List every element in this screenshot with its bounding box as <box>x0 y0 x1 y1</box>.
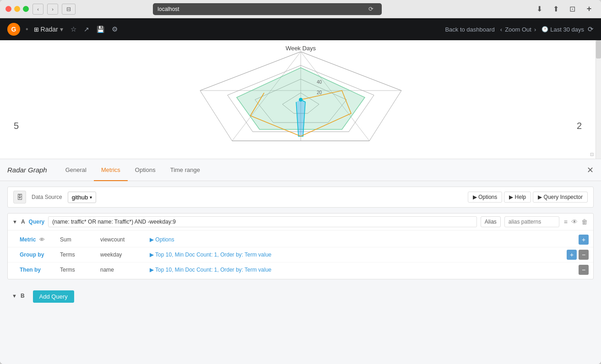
zoom-out-prev-btn[interactable]: ‹ <box>498 25 504 34</box>
thenby-options-btn[interactable]: ▶ Top 10, Min Doc Count: 1, Order by: Te… <box>150 267 271 273</box>
nav-title: ⊞ Radar ▾ <box>34 26 63 33</box>
browser-chrome: ‹ › ⊟ localhost ⟳ ⬇ ⬆ ⊡ + <box>0 0 601 18</box>
query-b-letter: B <box>21 293 25 299</box>
metric-label: Metric 👁 <box>20 236 56 243</box>
metric-type: Sum <box>60 236 97 243</box>
app-content: G • ⊞ Radar ▾ ☆ ↗ 💾 ⚙ Back to dashboard … <box>0 18 601 364</box>
metric-rows: Metric 👁 Sum viewcount ▶ Options + <box>8 230 593 279</box>
sidebar-toggle-btn[interactable]: ⊟ <box>62 4 76 15</box>
thenby-label: Then by <box>20 267 56 273</box>
datasource-selector[interactable]: github ▾ <box>68 192 96 203</box>
add-query-btn[interactable]: Add Query <box>33 290 74 303</box>
chart-axis-right: 2 <box>577 121 582 131</box>
groupby-label: Group by <box>20 252 56 258</box>
tab-time-range[interactable]: Time range <box>163 159 207 181</box>
back-nav-btn[interactable]: ‹ <box>32 4 43 15</box>
panel-editor-close-btn[interactable]: ✕ <box>587 165 594 175</box>
thenby-field: name <box>100 267 146 273</box>
time-range-btn[interactable]: 🕐 Last 30 days <box>541 26 584 33</box>
query-editor-body: 🗄 Data Source github ▾ ▶ Options ▶ Help … <box>0 181 601 364</box>
chart-label-top: Week Days <box>285 45 316 52</box>
chart-scrollbar[interactable] <box>596 40 601 159</box>
query-inspector-btn[interactable]: ▶ Query Inspector <box>533 192 588 203</box>
save-btn[interactable]: 💾 <box>95 24 106 35</box>
thenby-type: Terms <box>60 267 97 273</box>
groupby-remove-btn[interactable]: − <box>579 250 589 260</box>
datasource-actions: ▶ Options ▶ Help ▶ Query Inspector <box>468 192 588 203</box>
groupby-row: Group by Terms weekday ▶ Top 10, Min Doc… <box>8 247 593 262</box>
panel-editor: Radar Graph General Metrics Options Time… <box>0 159 601 364</box>
metric-options-btn[interactable]: ▶ Options <box>150 236 174 243</box>
thenby-row-actions: − <box>579 265 589 275</box>
query-a-header: ▼ A Query Alias ≡ 👁 🗑 <box>8 214 593 230</box>
query-a-collapse-btn[interactable]: ▼ <box>12 219 17 225</box>
groupby-add-btn[interactable]: + <box>567 250 577 260</box>
query-a-delete-btn[interactable]: 🗑 <box>580 217 589 226</box>
query-a-row-actions: ≡ 👁 🗑 <box>563 217 589 226</box>
chart-axis-left: 5 <box>14 121 19 131</box>
datasource-chevron-icon: ▾ <box>90 195 92 200</box>
metric-row: Metric 👁 Sum viewcount ▶ Options + <box>8 232 593 247</box>
panel-title: Radar Graph <box>7 166 47 174</box>
tab-options[interactable]: Options <box>128 159 163 181</box>
groupby-row-actions: + − <box>567 250 589 260</box>
query-block-a: ▼ A Query Alias ≡ 👁 🗑 <box>7 213 594 279</box>
dashboard-name: Radar <box>41 26 58 33</box>
groupby-field: weekday <box>100 252 146 258</box>
minimize-window-btn[interactable] <box>14 6 20 12</box>
zoom-out-section: ‹ Zoom Out › <box>498 25 538 34</box>
traffic-lights <box>5 6 29 12</box>
share-chrome-btn[interactable]: ⬆ <box>550 4 563 15</box>
tab-general[interactable]: General <box>58 159 94 181</box>
close-window-btn[interactable] <box>5 6 11 12</box>
query-b-section: ▼ B Add Query <box>7 283 594 308</box>
refresh-btn[interactable]: ⟳ <box>588 25 594 33</box>
metric-row-actions: + <box>579 235 589 245</box>
nav-right: Back to dashboard ‹ Zoom Out › 🕐 Last 30… <box>445 25 594 34</box>
star-btn[interactable]: ☆ <box>69 23 78 35</box>
settings-btn[interactable]: ⚙ <box>110 23 119 35</box>
query-a-menu-btn[interactable]: ≡ <box>563 217 569 226</box>
query-b-collapse-btn[interactable]: ▼ <box>12 293 17 299</box>
back-to-dashboard-btn[interactable]: Back to dashboard <box>445 26 494 33</box>
download-btn[interactable]: ⬇ <box>533 4 546 15</box>
alias-btn[interactable]: Alias <box>481 216 501 227</box>
help-btn[interactable]: ▶ Help <box>504 192 531 203</box>
svg-point-12 <box>299 98 303 102</box>
metric-add-btn[interactable]: + <box>579 235 589 245</box>
query-a-input[interactable] <box>48 216 477 227</box>
new-tab-btn[interactable]: + <box>583 4 596 15</box>
query-a-label[interactable]: Query <box>29 219 45 225</box>
datasource-label: Data Source <box>32 194 62 200</box>
forward-nav-btn[interactable]: › <box>47 4 58 15</box>
reload-btn[interactable]: ⟳ <box>364 4 377 15</box>
query-a-eye-btn[interactable]: 👁 <box>570 217 579 226</box>
zoom-out-label: Zoom Out <box>505 26 531 33</box>
groupby-options-btn[interactable]: ▶ Top 10, Min Doc Count: 1, Order by: Te… <box>150 252 271 258</box>
maximize-window-btn[interactable] <box>23 6 29 12</box>
fullscreen-btn[interactable]: ⊡ <box>566 4 579 15</box>
share-btn[interactable]: ↗ <box>82 24 91 35</box>
back-to-dashboard-label: Back to dashboard <box>445 26 494 33</box>
top-nav: G • ⊞ Radar ▾ ☆ ↗ 💾 ⚙ Back to dashboard … <box>0 18 601 40</box>
thenby-remove-btn[interactable]: − <box>579 265 589 275</box>
metric-field: viewcount <box>100 236 146 243</box>
options-btn[interactable]: ▶ Options <box>468 192 503 203</box>
address-text: localhost <box>157 6 179 12</box>
grafana-logo[interactable]: G <box>7 23 20 36</box>
tab-metrics[interactable]: Metrics <box>94 159 128 181</box>
time-range-label: Last 30 days <box>550 26 584 33</box>
alias-input[interactable] <box>504 216 559 227</box>
nav-actions: ☆ ↗ 💾 ⚙ <box>69 23 119 35</box>
datasource-name: github <box>72 194 88 201</box>
svg-text:40: 40 <box>317 80 322 85</box>
svg-text:20: 20 <box>317 90 322 95</box>
address-bar: localhost ⟳ <box>153 3 382 15</box>
query-a-letter: A <box>21 219 25 225</box>
datasource-bar: 🗄 Data Source github ▾ ▶ Options ▶ Help … <box>7 187 594 208</box>
zoom-out-next-btn[interactable]: › <box>532 25 538 34</box>
thenby-row: Then by Terms name ▶ Top 10, Min Doc Cou… <box>8 262 593 277</box>
radar-chart: Week Days 5 2 20 40 <box>163 45 438 155</box>
db-icon: 🗄 <box>13 191 26 203</box>
panel-editor-header: Radar Graph General Metrics Options Time… <box>0 159 601 181</box>
